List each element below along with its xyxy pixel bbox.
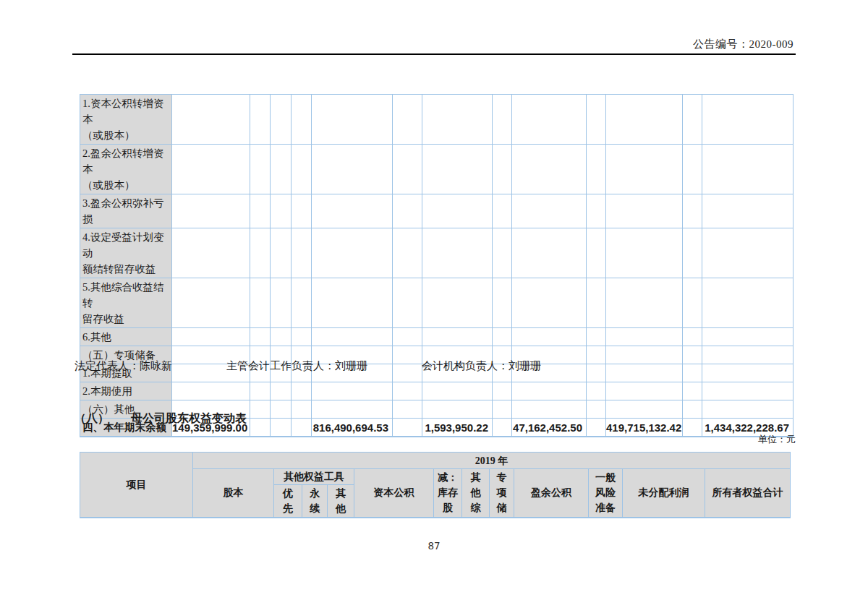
table-cell-empty <box>512 400 587 419</box>
table-cell-empty <box>606 346 683 364</box>
table-cell-empty <box>271 400 292 419</box>
table-cell-empty <box>493 95 512 145</box>
table-cell-empty <box>172 145 250 194</box>
table-cell-empty <box>702 95 793 145</box>
document-page: 公告编号：2020-009 1.资本公积转增资本 （或股本） 2.盈余公积转增资… <box>0 0 868 613</box>
table-cell-empty <box>702 364 793 382</box>
table-cell-empty <box>493 278 512 328</box>
col-header-total-owners-equity: 所有者权益合计 <box>705 469 791 518</box>
table-row: 5.其他综合收益结转 留存收益 <box>80 278 793 328</box>
table-cell-empty <box>606 400 683 419</box>
table-cell-empty <box>271 419 292 437</box>
table-cell-empty <box>393 194 422 228</box>
table-cell-empty <box>493 400 512 419</box>
table-cell-empty <box>512 194 587 228</box>
table-cell-empty <box>250 145 271 194</box>
table-cell-empty <box>587 278 606 328</box>
table-cell-empty <box>271 194 292 228</box>
table-cell-empty <box>393 228 422 278</box>
table-cell-empty <box>172 278 250 328</box>
table-cell-empty <box>271 228 292 278</box>
table-cell-empty <box>493 228 512 278</box>
unit-label: 单位：元 <box>758 433 796 446</box>
table-cell-empty <box>393 382 422 400</box>
table-cell-empty <box>292 419 312 437</box>
col-header-preferred-shares: 优 先 <box>274 485 302 518</box>
table-cell-empty <box>312 382 393 400</box>
col-header-less-treasury-stock: 减： 库存 股 <box>434 469 462 518</box>
table-cell-empty <box>271 328 292 346</box>
table-cell-empty <box>422 95 493 145</box>
table-cell-empty <box>587 228 606 278</box>
row-label: 1.资本公积转增资本 （或股本） <box>80 95 172 145</box>
table-cell-empty <box>683 400 702 419</box>
table-cell-empty <box>493 194 512 228</box>
table-cell-empty <box>422 228 493 278</box>
table-cell-empty <box>312 278 393 328</box>
col-header-share-capital: 股本 <box>193 469 274 518</box>
table-row: 6.其他 <box>80 328 793 346</box>
table-cell-empty <box>312 228 393 278</box>
total-other-comprehensive-income: 1,593,950.22 <box>422 419 493 437</box>
table-cell-empty <box>292 278 312 328</box>
table-cell-empty <box>393 364 422 382</box>
signature-head-of-accounting-body: 会计机构负责人：刘珊珊 <box>422 359 541 373</box>
table-cell-empty <box>587 400 606 419</box>
table-cell-empty <box>606 382 683 400</box>
col-header-other-equity-instruments: 其他权益工具 <box>274 469 354 485</box>
table-cell-empty <box>250 194 271 228</box>
table-cell-empty <box>271 382 292 400</box>
table-cell-empty <box>587 95 606 145</box>
row-label: 3.盈余公积弥补亏损 <box>80 194 172 228</box>
table-cell-empty <box>512 328 587 346</box>
table-cell-empty <box>683 228 702 278</box>
table-cell-empty <box>683 95 702 145</box>
table-cell-empty <box>702 346 793 364</box>
table-cell-empty <box>422 194 493 228</box>
table-row: 3.盈余公积弥补亏损 <box>80 194 793 228</box>
row-label: 2.本期使用 <box>80 382 172 400</box>
parent-company-equity-table-header: 项目 2019 年 股本 其他权益工具 资本公积 减： 库存 股 其 他 综 专… <box>80 452 791 518</box>
col-header-undistributed-profit: 未分配利润 <box>623 469 705 518</box>
row-label: 5.其他综合收益结转 留存收益 <box>80 278 172 328</box>
table-cell-empty <box>312 194 393 228</box>
table-row: 1.资本公积转增资本 （或股本） <box>80 95 793 145</box>
table-cell-empty <box>683 328 702 346</box>
section-title-text: 母公司股东权益变动表 <box>131 412 247 424</box>
table-cell-empty <box>393 346 422 364</box>
table-cell-empty <box>587 194 606 228</box>
table-cell-empty <box>702 228 793 278</box>
table-cell-empty <box>250 382 271 400</box>
table-cell-empty <box>312 145 393 194</box>
table-cell-empty <box>606 145 683 194</box>
col-header-general-risk-reserve: 一般 风险 准备 <box>589 469 623 518</box>
table-cell-empty <box>292 228 312 278</box>
table-cell-empty <box>683 194 702 228</box>
col-header-other-comprehensive-income: 其 他 综 <box>462 469 490 518</box>
table-cell-empty <box>493 328 512 346</box>
table-cell-empty <box>250 228 271 278</box>
table-cell-empty <box>702 278 793 328</box>
table-cell-empty <box>422 328 493 346</box>
signature-legal-representative: 法定代表人：陈咏新 <box>75 359 172 373</box>
total-surplus-reserve: 47,162,452.50 <box>512 419 587 437</box>
table-cell-empty <box>422 400 493 419</box>
table-cell-empty <box>292 145 312 194</box>
table-cell-empty <box>271 95 292 145</box>
table-cell-empty <box>172 328 250 346</box>
table-cell-empty <box>292 328 312 346</box>
table-cell-empty <box>493 419 512 437</box>
table-cell-empty <box>422 382 493 400</box>
table-row: 4.设定受益计划变动 额结转留存收益 <box>80 228 793 278</box>
col-header-capital-reserve: 资本公积 <box>354 469 434 518</box>
table-cell-empty <box>606 364 683 382</box>
table-cell-empty <box>292 400 312 419</box>
col-header-other-instruments: 其 他 <box>328 485 354 518</box>
table-cell-empty <box>393 95 422 145</box>
section-title: （八）母公司股东权益变动表 <box>75 411 247 426</box>
table-cell-empty <box>393 419 422 437</box>
table-cell-empty <box>512 95 587 145</box>
table-cell-empty <box>312 400 393 419</box>
col-header-special-reserve: 专 项 储 <box>490 469 514 518</box>
table-cell-empty <box>250 419 271 437</box>
